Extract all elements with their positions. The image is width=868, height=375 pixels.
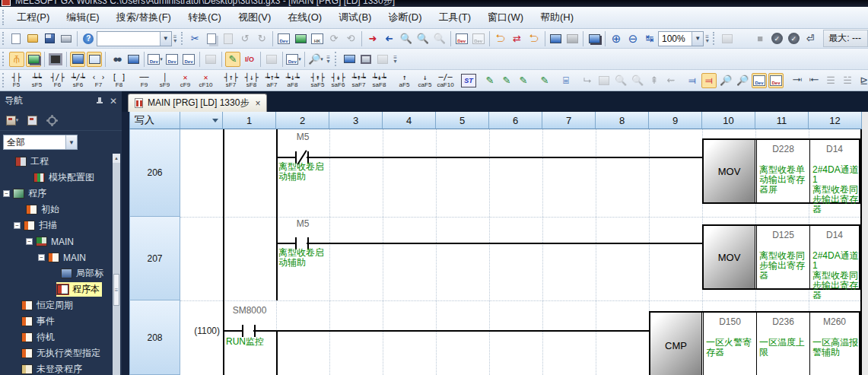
toolbar-overflow-icon[interactable] — [704, 31, 711, 46]
scrollbar-thumb[interactable] — [113, 274, 119, 306]
device-display-dropdown-icon[interactable]: Dev▾ — [286, 52, 301, 67]
cmp-instruction-208[interactable]: CMP D150 一区火警寄 存器 D236 一区温度上 限 M260 一区高温… — [649, 311, 860, 375]
menu-convert[interactable]: 转换(C) — [180, 8, 230, 27]
mov-instruction-206[interactable]: MOV D228 离型收卷单 动输出寄存 器屏 D14 2#4DA通道1 离型收… — [702, 138, 860, 204]
copy-icon[interactable] — [204, 31, 219, 46]
find-previous-icon[interactable]: 🔍 — [613, 73, 628, 88]
operand-device[interactable]: D125 — [757, 230, 809, 240]
split-window-icon[interactable] — [587, 31, 602, 46]
editor-scrollbar[interactable] — [862, 112, 868, 375]
rung-number-207[interactable]: 207 — [129, 217, 180, 300]
menu-project[interactable]: 工程(P) — [8, 8, 58, 27]
device-write-icon[interactable]: Dev — [454, 31, 469, 46]
monitor-stop-icon[interactable]: 🔍 — [432, 31, 447, 46]
menu-tools[interactable]: 工具(T) — [430, 8, 479, 27]
rising-pulse-close-button[interactable]: ┤↟├saF5 — [307, 71, 328, 91]
step-out-icon[interactable]: ⇜ — [663, 73, 679, 88]
tree-item-main-program[interactable]: −MAIN — [0, 249, 113, 265]
find-next-icon[interactable]: 🔍 — [630, 73, 645, 88]
falling-pulse-branch-button[interactable]: ┶↓┶aF8 — [282, 71, 303, 91]
device-skip-dropdown-icon[interactable]: 🔎▾ — [308, 52, 323, 67]
collapse-expander-icon[interactable]: − — [14, 222, 21, 229]
save-project-icon[interactable] — [42, 31, 57, 46]
menu-window[interactable]: 窗口(W) — [479, 8, 532, 27]
monitor-start-icon[interactable]: 🔍 — [415, 31, 431, 46]
tree-item-event[interactable]: 事件 — [0, 313, 113, 329]
tree-item-program-body[interactable]: 程序本 — [0, 281, 113, 297]
menu-edit[interactable]: 编辑(E) — [58, 8, 107, 27]
collapse-expander-icon[interactable]: − — [38, 254, 45, 261]
falling-pulse-close-button[interactable]: ┤↡├saF6 — [328, 71, 348, 91]
chevron-down-icon[interactable]: ▼ — [160, 32, 171, 46]
carriage-return-icon[interactable]: ⏎ — [803, 31, 818, 46]
zoom-in-icon[interactable]: ⊕ — [609, 31, 624, 46]
align-right-icon[interactable]: ☱ — [840, 73, 855, 88]
device-read-icon[interactable]: Dev — [471, 31, 486, 46]
falling-pulse-close-branch-button[interactable]: ┶↡┶saF8 — [369, 71, 389, 91]
comment-memo-icon[interactable] — [203, 52, 218, 67]
tree-item-fixed-cycle[interactable]: 恒定周期 — [0, 297, 113, 313]
ladder-monitor-icon[interactable] — [293, 31, 308, 46]
device-comment-toggle-icon[interactable]: Dev — [752, 73, 767, 88]
watch-window-icon[interactable] — [548, 31, 563, 46]
operand-device[interactable]: D228 — [757, 144, 809, 154]
operand-device[interactable]: D236 — [757, 316, 809, 327]
rising-pulse-branch-button[interactable]: ┶↑┶aF7 — [262, 71, 282, 91]
scroll-up-icon[interactable]: ▲ — [113, 154, 120, 163]
falling-pulse-button[interactable]: ┤↓├sF8 — [241, 71, 262, 91]
rising-pulse-operation-button[interactable]: ↑aF5 — [394, 71, 415, 91]
coil-button[interactable]: ‹ ›F7 — [88, 71, 109, 91]
cross-reference-jump-icon[interactable]: ⇄ — [510, 31, 525, 46]
wrap-display-icon[interactable]: ⫤ — [685, 73, 700, 88]
tree-item-initial[interactable]: 初始 — [0, 202, 113, 218]
intelligent-module-icon[interactable] — [358, 52, 374, 67]
chevron-down-icon[interactable] — [212, 119, 218, 122]
delete-horizontal-line-button[interactable]: ✕cF9 — [175, 71, 196, 91]
st-inline-button[interactable]: ST — [461, 73, 476, 88]
search-edit-red-icon[interactable]: 🔎 — [735, 73, 750, 88]
ladder-check-icon[interactable]: ⊵ — [857, 73, 868, 88]
undo-icon[interactable]: ↺ — [237, 31, 253, 46]
edit-contact-icon[interactable]: ✎ — [499, 73, 514, 88]
operand-device[interactable]: M260 — [810, 316, 859, 327]
tab-close-icon[interactable]: × — [255, 98, 260, 109]
print-icon[interactable] — [59, 31, 74, 46]
wrap-ladder-toggle-icon[interactable]: ⫤ — [701, 73, 717, 88]
settings-gear-icon[interactable] — [43, 112, 61, 129]
insert-row-icon[interactable]: ⭲ — [790, 73, 805, 88]
device-test-icon[interactable]: HK — [310, 31, 325, 46]
tree-display-dropdown-icon[interactable]: ▾ — [3, 112, 21, 129]
edit-coil-icon[interactable]: ✎ — [516, 73, 531, 88]
io-assignment-check-icon[interactable]: I/O — [242, 52, 257, 67]
paste-icon[interactable] — [221, 31, 236, 46]
chevron-down-icon[interactable]: ▼ — [65, 135, 77, 149]
write-to-plc-icon[interactable]: ➜ — [365, 31, 380, 46]
tree-item-project[interactable]: 工程 — [0, 154, 113, 170]
mov-instruction-207[interactable]: MOV D125 离型收卷同 步输出寄存 器 D14 2#4DA通道1 离型收卷… — [702, 224, 860, 290]
operand-device[interactable]: D14 — [810, 144, 859, 154]
open-project-icon[interactable] — [25, 31, 40, 46]
ladder-edit-mode-icon[interactable]: ✎ — [225, 52, 240, 67]
device-batch-replace-icon[interactable]: Dev — [164, 52, 180, 67]
tree-item-no-execution-type[interactable]: 无执行类型指定 — [0, 345, 113, 361]
mode-header-cell[interactable]: 写入 — [129, 112, 180, 129]
device-monitor-toggle-icon[interactable]: Dev — [768, 73, 784, 88]
check-parameter-icon[interactable] — [786, 31, 801, 46]
help-icon[interactable] — [81, 31, 96, 46]
read-from-plc-icon[interactable]: ➜ — [382, 31, 397, 46]
module-configuration-icon[interactable] — [48, 52, 63, 67]
monitor-condition-icon[interactable] — [264, 52, 279, 67]
close-icon[interactable]: ✕ — [110, 96, 117, 106]
menu-diagnostics[interactable]: 诊断(D) — [380, 8, 430, 27]
insert-device-icon[interactable]: ✎ — [537, 73, 552, 88]
tree-item-local-label[interactable]: 局部标 — [0, 265, 113, 281]
tab-main-prg[interactable]: MAIN [PRG] [LD] 1330步 × — [128, 94, 267, 112]
project-combobox[interactable]: ▼ — [97, 31, 171, 46]
open-branch-button[interactable]: ┶┶sF5 — [27, 71, 47, 91]
contact-208[interactable] — [242, 325, 243, 337]
invert-operation-button[interactable]: ─/─caF10 — [435, 71, 456, 91]
collapse-expander-icon[interactable]: − — [26, 238, 33, 245]
align-left-icon[interactable]: ☰ — [823, 73, 838, 88]
rung-number-206[interactable]: 206 — [129, 129, 180, 217]
edit-ladder-block-icon[interactable]: ✎ — [482, 73, 498, 88]
